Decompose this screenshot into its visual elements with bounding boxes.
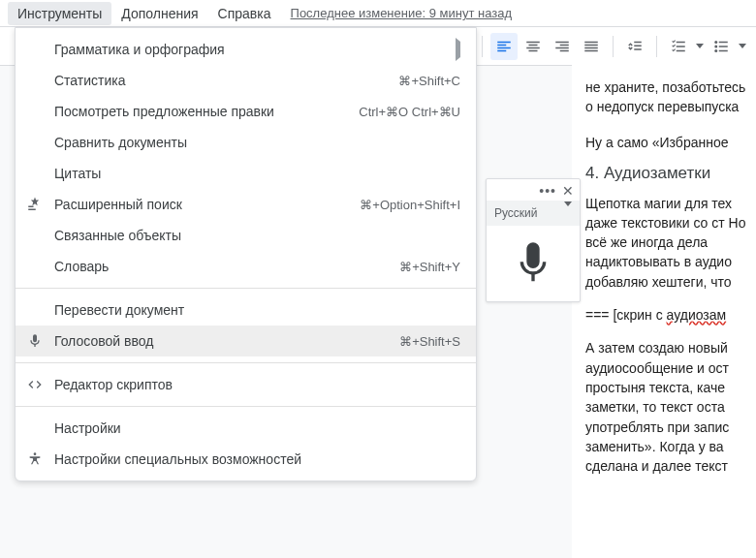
menu-item-label: Посмотреть предложенные правки [54,104,359,119]
accessibility-icon [16,451,54,467]
menu-divider [16,288,476,289]
voice-typing-panel: ••• ✕ Русский [486,178,581,302]
menu-word-count[interactable]: Статистика ⌘+Shift+C [16,65,476,96]
toolbar-separator [656,36,657,57]
menu-spelling-grammar[interactable]: Грамматика и орфография [16,34,476,65]
menu-script-editor[interactable]: Редактор скриптов [16,369,476,400]
menu-item-label: Цитаты [54,166,460,181]
doc-text: Ну а само «Избранное [585,133,754,152]
menu-item-shortcut: Ctrl+⌘O Ctrl+⌘U [359,105,460,119]
submenu-arrow-icon [456,42,460,57]
align-right-button[interactable] [549,33,576,60]
menu-item-label: Сравнить документы [54,135,460,150]
menu-preferences[interactable]: Настройки [16,413,476,444]
tools-dropdown: Грамматика и орфография Статистика ⌘+Shi… [15,27,477,481]
mic-icon [16,333,54,349]
menu-compare-documents[interactable]: Сравнить документы [16,127,476,158]
checklist-button[interactable] [665,33,692,60]
toolbar-separator [613,36,614,57]
line-spacing-button[interactable] [621,33,648,60]
menu-review-suggestions[interactable]: Посмотреть предложенные правки Ctrl+⌘O C… [16,96,476,127]
svg-point-2 [714,49,717,52]
bullet-list-caret[interactable] [737,44,748,48]
menu-dictionary[interactable]: Словарь ⌘+Shift+Y [16,251,476,282]
checklist-caret[interactable] [694,44,706,48]
menu-divider [16,362,476,363]
voice-mic-button[interactable] [487,226,580,301]
menu-item-label: Настройки [54,420,460,436]
toolbar-separator [482,36,483,57]
menu-item-label: Расширенный поиск [54,197,360,212]
menu-item-shortcut: ⌘+Option+Shift+I [360,198,460,212]
svg-point-3 [34,452,37,455]
align-center-button[interactable] [520,33,547,60]
menu-item-label: Грамматика и орфография [54,42,456,57]
menubar: Инструменты Дополнения Справка Последнее… [0,0,756,27]
menu-help[interactable]: Справка [208,2,281,25]
menu-item-label: Связанные объекты [54,228,460,243]
menu-accessibility[interactable]: Настройки специальных возможностей [16,444,476,475]
svg-point-0 [714,41,717,44]
last-edit-link[interactable]: Последнее изменение: 9 минут назад [291,6,512,20]
voice-more-icon[interactable]: ••• [539,187,556,195]
menu-item-shortcut: ⌘+Shift+Y [399,260,460,274]
menu-item-label: Редактор скриптов [54,377,460,392]
menu-item-label: Настройки специальных возможностей [54,451,460,467]
align-left-button[interactable] [490,33,518,60]
menu-item-shortcut: ⌘+Shift+C [398,74,460,88]
menu-voice-typing[interactable]: Голосовой ввод ⌘+Shift+S [16,326,476,356]
doc-text: Щепотка магии для тех даже текстовики со… [585,194,754,292]
doc-text: не храните, позаботьтесь о недопуск пере… [585,78,754,117]
menu-item-shortcut: ⌘+Shift+S [399,334,460,349]
explore-icon [16,196,54,213]
svg-point-1 [714,45,717,47]
doc-heading: 4. Аудиозаметки [585,162,754,186]
bullet-list-button[interactable] [708,33,735,60]
menu-item-label: Словарь [54,259,399,274]
script-icon [16,377,54,392]
voice-language-label: Русский [494,206,538,220]
menu-explore[interactable]: Расширенный поиск ⌘+Option+Shift+I [16,189,476,220]
menu-divider [16,406,476,407]
menu-translate[interactable]: Перевести документ [16,294,476,326]
menu-item-label: Голосовой ввод [54,333,399,349]
menu-tools[interactable]: Инструменты [8,2,111,25]
chevron-down-icon [564,206,572,220]
document-page[interactable]: не храните, позаботьтесь о недопуск пере… [572,62,756,558]
align-justify-button[interactable] [578,33,605,60]
menu-item-label: Перевести документ [54,302,460,318]
menu-item-label: Статистика [54,73,398,88]
voice-language-selector[interactable]: Русский [487,201,580,226]
menu-addons[interactable]: Дополнения [111,2,207,25]
doc-text: === [скрин с аудиозам [585,305,754,325]
doc-text: А затем создаю новый аудиосообщение и ос… [585,338,754,476]
menu-citations[interactable]: Цитаты [16,158,476,189]
close-icon[interactable]: ✕ [562,183,574,199]
menu-linked-objects[interactable]: Связанные объекты [16,220,476,251]
